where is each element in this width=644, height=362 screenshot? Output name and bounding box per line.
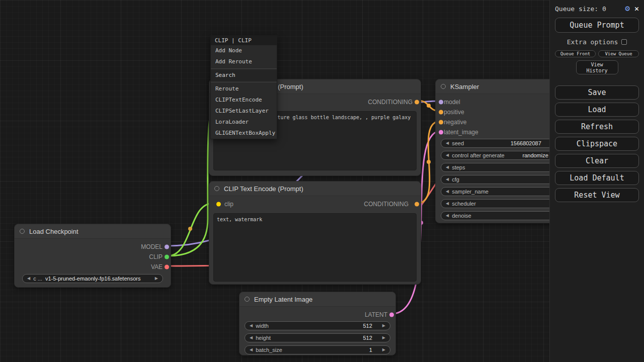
decrement-arrow-icon[interactable]: ◀ <box>250 324 253 328</box>
menu-item-clipsetlastlayer[interactable]: CLIPSetLastLayer <box>211 106 277 117</box>
model-input-dot[interactable] <box>439 100 443 105</box>
node-clip-text-encode-negative[interactable]: CLIP Text Encode (Prompt) clip CONDITION… <box>209 181 421 285</box>
collapse-dot-icon[interactable] <box>20 229 25 234</box>
conditioning-output-dot[interactable] <box>415 100 419 105</box>
close-icon[interactable]: ✕ <box>634 5 639 13</box>
clipspace-button[interactable]: Clipspace <box>555 137 639 151</box>
widget-name: denoise <box>452 213 471 219</box>
slot-label: latent_image <box>444 129 478 136</box>
settings-gear-icon[interactable]: ⚙ <box>625 5 630 13</box>
input-slot-latent-image: latent_image <box>436 127 565 137</box>
increment-arrow-icon[interactable]: ▶ <box>382 324 385 328</box>
prompt-textarea[interactable]: text, watermark <box>213 213 417 282</box>
decrement-arrow-icon[interactable]: ◀ <box>446 214 449 218</box>
positive-input-dot[interactable] <box>439 110 443 115</box>
slot-label: positive <box>444 109 464 116</box>
node-header[interactable]: CLIP Text Encode (Prompt) <box>209 182 421 196</box>
queue-front-button[interactable]: Queue Front <box>555 50 596 57</box>
cfg-widget[interactable]: ◀ cfg ▶ <box>441 175 559 184</box>
menu-item-reroute[interactable]: Reroute <box>211 83 277 95</box>
model-output-dot[interactable] <box>165 245 169 249</box>
widget-name: c ... <box>33 276 42 282</box>
vae-output-dot[interactable] <box>165 265 169 269</box>
node-title: CLIP Text Encode (Prompt) <box>224 185 303 193</box>
node-header[interactable]: KSampler <box>436 79 565 94</box>
clear-button[interactable]: Clear <box>555 154 639 168</box>
slot-label: model <box>444 99 460 106</box>
decrement-arrow-icon[interactable]: ◀ <box>446 165 449 169</box>
queue-prompt-button[interactable]: Queue Prompt <box>555 18 639 33</box>
widget-name: steps <box>452 164 465 170</box>
increment-arrow-icon[interactable]: ▶ <box>382 348 385 352</box>
menu-item-add-node[interactable]: Add Node <box>211 45 277 56</box>
comfy-menu-panel: Queue size: 0 ⚙ ✕ Queue Prompt Extra opt… <box>549 0 644 362</box>
width-widget[interactable]: ◀ width 512 ▶ <box>245 321 390 330</box>
combo-left-arrow-icon[interactable]: ◀ <box>446 190 449 194</box>
slot-label: negative <box>444 119 466 126</box>
link-midpoint-dot <box>427 160 431 164</box>
combo-left-arrow-icon[interactable]: ◀ <box>27 277 30 281</box>
output-slot-latent: LATENT <box>239 310 395 320</box>
menu-item-gligentextboxapply[interactable]: GLIGENTextBoxApply <box>211 128 277 139</box>
decrement-arrow-icon[interactable]: ◀ <box>250 336 253 340</box>
menu-item-add-reroute[interactable]: Add Reroute <box>211 56 277 67</box>
node-header[interactable]: Empty Latent Image <box>239 292 395 307</box>
node-graph-canvas[interactable]: CLIP Text Encode (Prompt) CONDITIONING b… <box>0 0 644 362</box>
menu-separator <box>211 68 277 69</box>
clip-input-dot[interactable] <box>216 202 221 207</box>
node-title: Load Checkpoint <box>29 228 78 235</box>
widget-value: 1 <box>369 347 372 353</box>
context-menu-title: CLIP | CLIP <box>211 36 277 45</box>
batch-size-widget[interactable]: ◀ batch_size 1 ▶ <box>245 345 390 354</box>
seed-widget[interactable]: ◀ seed 1566802087 ▶ <box>441 139 559 148</box>
latent-output-dot[interactable] <box>389 313 394 317</box>
menu-search-input[interactable]: Search <box>211 70 277 81</box>
widget-value: 1566802087 <box>511 140 541 146</box>
view-history-button[interactable]: View History <box>576 60 618 74</box>
view-queue-button[interactable]: View Queue <box>598 50 639 57</box>
save-button[interactable]: Save <box>555 85 639 100</box>
combo-left-arrow-icon[interactable]: ◀ <box>446 202 449 206</box>
ckpt-name-combo-widget[interactable]: ◀ c ... v1-5-pruned-emaonly-fp16.safeten… <box>22 274 163 283</box>
denoise-widget[interactable]: ◀ denoise ▶ <box>441 211 559 220</box>
output-slot-clip: CLIP <box>15 252 171 262</box>
increment-arrow-icon[interactable]: ▶ <box>382 336 385 340</box>
collapse-dot-icon[interactable] <box>441 84 446 89</box>
conditioning-output-dot[interactable] <box>415 202 419 207</box>
widget-value: 512 <box>363 323 372 329</box>
clip-output-dot[interactable] <box>165 255 169 259</box>
collapse-dot-icon[interactable] <box>245 297 250 302</box>
steps-widget[interactable]: ◀ steps ▶ <box>441 163 559 172</box>
input-slot-clip: clip <box>217 201 233 208</box>
sampler-name-widget[interactable]: ◀ sampler_name ▶ <box>441 187 559 196</box>
combo-right-arrow-icon[interactable]: ▶ <box>155 277 158 281</box>
wire-clip-2 <box>168 101 213 256</box>
widget-name: height <box>256 335 271 341</box>
load-default-button[interactable]: Load Default <box>555 171 639 185</box>
control-after-generate-widget[interactable]: ◀ control after generate randomize ▶ <box>441 151 559 160</box>
node-header[interactable]: Load Checkpoint <box>15 224 171 239</box>
widget-name: seed <box>452 140 464 146</box>
reset-view-button[interactable]: Reset View <box>555 188 639 202</box>
decrement-arrow-icon[interactable]: ◀ <box>446 141 449 145</box>
collapse-dot-icon[interactable] <box>214 186 219 191</box>
scheduler-widget[interactable]: ◀ scheduler ▶ <box>441 199 559 208</box>
decrement-arrow-icon[interactable]: ◀ <box>250 348 253 352</box>
refresh-button[interactable]: Refresh <box>555 120 639 134</box>
menu-item-cliptextencode[interactable]: CLIPTextEncode <box>211 95 277 106</box>
height-widget[interactable]: ◀ height 512 ▶ <box>245 333 390 342</box>
latent-image-input-dot[interactable] <box>439 130 443 135</box>
negative-input-dot[interactable] <box>439 120 443 125</box>
combo-left-arrow-icon[interactable]: ◀ <box>446 153 449 157</box>
menu-item-loraloader[interactable]: LoraLoader <box>211 117 277 128</box>
node-empty-latent-image[interactable]: Empty Latent Image LATENT ◀ width 512 ▶ … <box>239 292 396 355</box>
load-button[interactable]: Load <box>555 103 639 117</box>
extra-options-checkbox[interactable] <box>621 39 627 45</box>
input-slot-negative: negative <box>436 117 565 127</box>
slot-label: LATENT <box>365 311 387 318</box>
node-ksampler[interactable]: KSampler model positive negative latent_… <box>435 79 565 223</box>
menu-separator <box>211 82 277 82</box>
decrement-arrow-icon[interactable]: ◀ <box>446 177 449 182</box>
output-slot-vae: VAE <box>15 262 171 272</box>
node-load-checkpoint[interactable]: Load Checkpoint MODEL CLIP VAE ◀ c ... v… <box>14 224 171 288</box>
